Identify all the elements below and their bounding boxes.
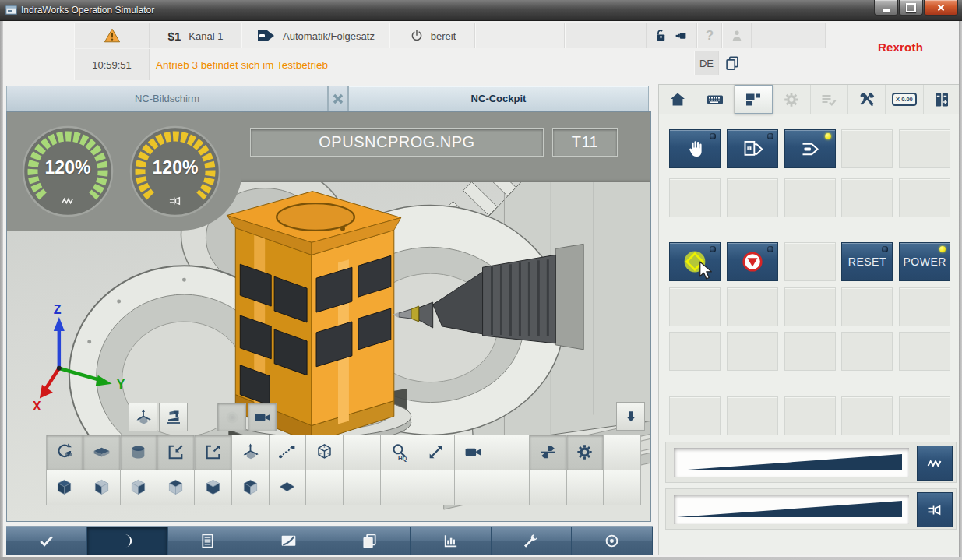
cube3-toolbar-button[interactable] [121, 470, 158, 506]
tab-position-display[interactable]: X 0.00 [886, 85, 923, 114]
position-display-icon: X 0.00 [892, 93, 917, 107]
empty-button-slot [784, 178, 836, 217]
machine-display-toggle-button[interactable] [159, 403, 188, 431]
camera-view-toggle-button[interactable] [248, 403, 277, 431]
led-indicator-on [825, 133, 831, 139]
spindle-override-gauge: 120% [127, 123, 224, 220]
mode-indicator[interactable]: Automatik/Folgesatz [241, 23, 389, 48]
x-axis-label: X [33, 400, 41, 413]
hq-zoom-toolbar-button[interactable]: HQ [381, 435, 418, 470]
access-control[interactable] [647, 23, 697, 48]
compare-toolbar-button[interactable] [530, 435, 567, 470]
tab-label: NC-Bildschirm [135, 93, 199, 104]
view-options-button[interactable] [572, 527, 653, 555]
cube5-toolbar-button[interactable] [195, 470, 232, 506]
tab-task-list[interactable] [811, 85, 848, 114]
collapse-toolbar-button[interactable] [616, 402, 645, 431]
empty-button-slot [784, 287, 836, 326]
fit-axes-toolbar-button[interactable] [232, 435, 270, 470]
slider-track[interactable] [674, 448, 909, 477]
copy-screen-button[interactable] [724, 55, 741, 72]
program-list-button[interactable] [168, 527, 249, 555]
app-icon [5, 5, 17, 16]
wrench-icon [522, 532, 540, 550]
empty-toolbar-button [530, 470, 567, 506]
highlight-toggle-button[interactable] [217, 403, 246, 431]
close-icon [937, 4, 945, 12]
acknowledge-button[interactable] [6, 527, 87, 555]
cycle-start-button[interactable] [669, 242, 721, 281]
clock: 10:59:51 [74, 49, 150, 80]
window-in-icon [166, 442, 185, 462]
window-in-toolbar-button[interactable] [157, 435, 195, 470]
tab-nc-cockpit[interactable]: NC-Cockpit [348, 86, 649, 111]
toolpath-toolbar-button[interactable] [270, 435, 307, 470]
help-button[interactable]: ? [697, 23, 722, 48]
service-tools-button[interactable] [492, 527, 573, 555]
channel-selector[interactable]: $1 Kanal 1 [150, 23, 241, 48]
axes-display-toggle-button[interactable] [129, 403, 157, 431]
cube3-icon [129, 477, 148, 497]
minimize-button[interactable] [874, 0, 898, 16]
spindle-override-slider[interactable] [665, 488, 957, 530]
language-button[interactable]: DE [694, 51, 719, 75]
fit-axes-icon [134, 408, 153, 427]
minimize-icon [883, 9, 890, 12]
active-mode-button[interactable] [87, 527, 168, 555]
rotate-view-toolbar-button[interactable] [46, 435, 83, 470]
close-button[interactable] [924, 0, 958, 16]
cube6-toolbar-button[interactable] [232, 470, 270, 506]
machine-control-panel: X 0.00 RESETPOWER [658, 84, 962, 555]
maximize-button[interactable] [899, 0, 923, 16]
stock-toolbar-button[interactable] [83, 435, 121, 470]
led-indicator-on [939, 246, 946, 252]
spindle-override-button[interactable] [917, 492, 953, 527]
gear-icon [782, 90, 801, 109]
gear-icon [575, 442, 594, 462]
tab-settings[interactable] [773, 85, 810, 114]
tools-icon [858, 90, 876, 109]
tab-nc-bildschirm[interactable]: NC-Bildschirm [6, 86, 328, 111]
power-button[interactable]: POWER [899, 242, 950, 281]
cycle-stop-button[interactable] [727, 242, 778, 281]
mdi-mode-button[interactable] [727, 129, 778, 168]
camera-toolbar-button[interactable] [455, 435, 492, 470]
tab-home[interactable] [659, 85, 696, 114]
copy-screens-button[interactable] [329, 527, 411, 555]
tab-keyboard[interactable] [696, 85, 734, 114]
camera-icon [463, 442, 483, 462]
fit-view-toolbar-button[interactable] [418, 435, 456, 470]
empty-button-slot [727, 178, 778, 217]
feed-override-button[interactable] [917, 446, 953, 481]
cube1-toolbar-button[interactable] [46, 470, 83, 506]
machine-panel-icon [744, 90, 763, 109]
wire-cube-toolbar-button[interactable] [306, 435, 344, 470]
empty-button-slot [899, 129, 950, 168]
slider-track[interactable] [674, 495, 909, 524]
reset-button[interactable]: RESET [841, 242, 893, 281]
cube7-toolbar-button[interactable] [270, 470, 307, 506]
tab-calculator[interactable] [924, 85, 961, 114]
state-label: bereit [431, 30, 456, 42]
window-out-toolbar-button[interactable] [195, 435, 232, 470]
toolpath-icon [277, 442, 297, 462]
close-tab-button[interactable] [328, 86, 348, 111]
maximize-icon [906, 3, 916, 12]
screen-view-button[interactable] [248, 527, 329, 555]
user-button[interactable] [722, 23, 752, 48]
gear-toolbar-button[interactable] [567, 435, 604, 470]
led-indicator-off [767, 133, 773, 139]
feed-override-slider[interactable] [665, 442, 957, 483]
cylinder-toolbar-button[interactable] [121, 435, 158, 470]
cube4-toolbar-button[interactable] [157, 470, 195, 506]
tab-tools[interactable] [848, 85, 886, 114]
automatic-mode-button[interactable] [784, 129, 836, 168]
alarm-indicator[interactable] [74, 23, 150, 48]
empty-toolbar-button [492, 470, 530, 506]
tab-machine-panel[interactable] [735, 85, 773, 114]
led-indicator-off [710, 133, 716, 139]
diagnostics-button[interactable] [411, 527, 492, 555]
y-axis-label: Y [117, 378, 125, 391]
cube2-toolbar-button[interactable] [83, 470, 121, 506]
manual-mode-button[interactable] [669, 129, 721, 168]
